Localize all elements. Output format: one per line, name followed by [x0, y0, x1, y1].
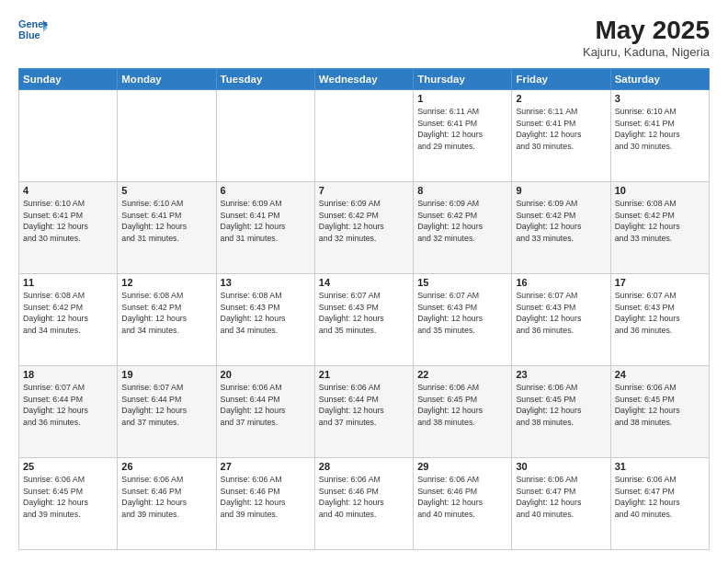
day-number: 25: [23, 461, 113, 472]
calendar-day-20: 20Sunrise: 6:06 AMSunset: 6:44 PMDayligh…: [216, 365, 314, 457]
calendar-day-1: 1Sunrise: 6:11 AMSunset: 6:41 PMDaylight…: [414, 89, 512, 181]
logo: General Blue: [18, 17, 48, 42]
day-number: 26: [121, 461, 211, 472]
calendar-day-5: 5Sunrise: 6:10 AMSunset: 6:41 PMDaylight…: [118, 181, 216, 273]
day-header-saturday: Saturday: [610, 68, 709, 89]
calendar-day-14: 14Sunrise: 6:07 AMSunset: 6:43 PMDayligh…: [314, 273, 413, 365]
calendar-day-11: 11Sunrise: 6:08 AMSunset: 6:42 PMDayligh…: [19, 273, 118, 365]
day-info: Sunrise: 6:08 AMSunset: 6:43 PMDaylight:…: [221, 290, 311, 337]
day-info: Sunrise: 6:09 AMSunset: 6:41 PMDaylight:…: [221, 198, 311, 245]
calendar-day-24: 24Sunrise: 6:06 AMSunset: 6:45 PMDayligh…: [610, 365, 709, 457]
day-number: 14: [319, 277, 409, 288]
calendar-week-3: 11Sunrise: 6:08 AMSunset: 6:42 PMDayligh…: [19, 273, 710, 365]
day-number: 16: [516, 277, 606, 288]
calendar-day-3: 3Sunrise: 6:10 AMSunset: 6:41 PMDaylight…: [610, 89, 709, 181]
day-info: Sunrise: 6:06 AMSunset: 6:45 PMDaylight:…: [23, 474, 113, 521]
day-info: Sunrise: 6:07 AMSunset: 6:43 PMDaylight:…: [516, 290, 606, 337]
calendar-day-4: 4Sunrise: 6:10 AMSunset: 6:41 PMDaylight…: [19, 181, 118, 273]
calendar-day-30: 30Sunrise: 6:06 AMSunset: 6:47 PMDayligh…: [512, 457, 610, 549]
day-number: 27: [221, 461, 311, 472]
day-info: Sunrise: 6:06 AMSunset: 6:44 PMDaylight:…: [221, 382, 311, 429]
main-title: May 2025: [583, 17, 710, 45]
title-area: May 2025 Kajuru, Kaduna, Nigeria: [583, 17, 710, 59]
calendar-day-27: 27Sunrise: 6:06 AMSunset: 6:46 PMDayligh…: [216, 457, 314, 549]
calendar-day-13: 13Sunrise: 6:08 AMSunset: 6:43 PMDayligh…: [216, 273, 314, 365]
calendar-day-empty: [118, 89, 216, 181]
day-number: 21: [319, 369, 409, 380]
day-info: Sunrise: 6:09 AMSunset: 6:42 PMDaylight:…: [516, 198, 606, 245]
day-number: 23: [516, 369, 606, 380]
calendar-day-9: 9Sunrise: 6:09 AMSunset: 6:42 PMDaylight…: [512, 181, 610, 273]
calendar-week-1: 1Sunrise: 6:11 AMSunset: 6:41 PMDaylight…: [19, 89, 710, 181]
day-number: 20: [221, 369, 311, 380]
day-info: Sunrise: 6:10 AMSunset: 6:41 PMDaylight:…: [121, 198, 211, 245]
calendar-day-12: 12Sunrise: 6:08 AMSunset: 6:42 PMDayligh…: [118, 273, 216, 365]
calendar-day-16: 16Sunrise: 6:07 AMSunset: 6:43 PMDayligh…: [512, 273, 610, 365]
calendar-day-18: 18Sunrise: 6:07 AMSunset: 6:44 PMDayligh…: [19, 365, 118, 457]
day-info: Sunrise: 6:09 AMSunset: 6:42 PMDaylight:…: [319, 198, 409, 245]
day-info: Sunrise: 6:06 AMSunset: 6:47 PMDaylight:…: [516, 474, 606, 521]
day-number: 13: [221, 277, 311, 288]
day-header-sunday: Sunday: [19, 68, 118, 89]
calendar-week-4: 18Sunrise: 6:07 AMSunset: 6:44 PMDayligh…: [19, 365, 710, 457]
day-number: 5: [121, 185, 211, 196]
page: General Blue May 2025 Kajuru, Kaduna, Ni…: [0, 0, 728, 563]
day-number: 22: [417, 369, 507, 380]
day-header-friday: Friday: [512, 68, 610, 89]
calendar-day-7: 7Sunrise: 6:09 AMSunset: 6:42 PMDaylight…: [314, 181, 413, 273]
calendar-day-2: 2Sunrise: 6:11 AMSunset: 6:41 PMDaylight…: [512, 89, 610, 181]
calendar-day-28: 28Sunrise: 6:06 AMSunset: 6:46 PMDayligh…: [314, 457, 413, 549]
day-info: Sunrise: 6:08 AMSunset: 6:42 PMDaylight:…: [615, 198, 705, 245]
day-number: 9: [516, 185, 606, 196]
day-info: Sunrise: 6:11 AMSunset: 6:41 PMDaylight:…: [417, 106, 507, 153]
day-number: 12: [121, 277, 211, 288]
day-header-wednesday: Wednesday: [314, 68, 413, 89]
day-info: Sunrise: 6:08 AMSunset: 6:42 PMDaylight:…: [23, 290, 113, 337]
day-number: 18: [23, 369, 113, 380]
header: General Blue May 2025 Kajuru, Kaduna, Ni…: [18, 17, 710, 59]
day-info: Sunrise: 6:06 AMSunset: 6:47 PMDaylight:…: [615, 474, 705, 521]
calendar-week-2: 4Sunrise: 6:10 AMSunset: 6:41 PMDaylight…: [19, 181, 710, 273]
calendar-week-5: 25Sunrise: 6:06 AMSunset: 6:45 PMDayligh…: [19, 457, 710, 549]
calendar-day-31: 31Sunrise: 6:06 AMSunset: 6:47 PMDayligh…: [610, 457, 709, 549]
day-number: 17: [615, 277, 705, 288]
day-number: 4: [23, 185, 113, 196]
day-number: 28: [319, 461, 409, 472]
day-info: Sunrise: 6:10 AMSunset: 6:41 PMDaylight:…: [23, 198, 113, 245]
calendar-day-17: 17Sunrise: 6:07 AMSunset: 6:43 PMDayligh…: [610, 273, 709, 365]
calendar-day-26: 26Sunrise: 6:06 AMSunset: 6:46 PMDayligh…: [118, 457, 216, 549]
calendar-day-29: 29Sunrise: 6:06 AMSunset: 6:46 PMDayligh…: [414, 457, 512, 549]
day-number: 3: [615, 93, 705, 104]
calendar-day-21: 21Sunrise: 6:06 AMSunset: 6:44 PMDayligh…: [314, 365, 413, 457]
day-number: 15: [417, 277, 507, 288]
day-info: Sunrise: 6:09 AMSunset: 6:42 PMDaylight:…: [417, 198, 507, 245]
day-info: Sunrise: 6:07 AMSunset: 6:43 PMDaylight:…: [417, 290, 507, 337]
day-number: 24: [615, 369, 705, 380]
generalblue-logo-icon: General Blue: [18, 17, 48, 42]
day-header-tuesday: Tuesday: [216, 68, 314, 89]
day-info: Sunrise: 6:06 AMSunset: 6:46 PMDaylight:…: [221, 474, 311, 521]
calendar-day-empty: [19, 89, 118, 181]
day-header-monday: Monday: [118, 68, 216, 89]
day-number: 2: [516, 93, 606, 104]
calendar-table: SundayMondayTuesdayWednesdayThursdayFrid…: [18, 68, 710, 550]
day-number: 11: [23, 277, 113, 288]
day-info: Sunrise: 6:06 AMSunset: 6:46 PMDaylight:…: [417, 474, 507, 521]
day-number: 1: [417, 93, 507, 104]
calendar-day-8: 8Sunrise: 6:09 AMSunset: 6:42 PMDaylight…: [414, 181, 512, 273]
calendar-day-22: 22Sunrise: 6:06 AMSunset: 6:45 PMDayligh…: [414, 365, 512, 457]
day-info: Sunrise: 6:06 AMSunset: 6:45 PMDaylight:…: [417, 382, 507, 429]
day-info: Sunrise: 6:11 AMSunset: 6:41 PMDaylight:…: [516, 106, 606, 153]
day-info: Sunrise: 6:06 AMSunset: 6:45 PMDaylight:…: [615, 382, 705, 429]
day-header-thursday: Thursday: [414, 68, 512, 89]
day-info: Sunrise: 6:07 AMSunset: 6:43 PMDaylight:…: [615, 290, 705, 337]
day-number: 29: [417, 461, 507, 472]
day-number: 6: [221, 185, 311, 196]
day-info: Sunrise: 6:07 AMSunset: 6:43 PMDaylight:…: [319, 290, 409, 337]
day-info: Sunrise: 6:06 AMSunset: 6:45 PMDaylight:…: [516, 382, 606, 429]
calendar-day-15: 15Sunrise: 6:07 AMSunset: 6:43 PMDayligh…: [414, 273, 512, 365]
calendar-day-25: 25Sunrise: 6:06 AMSunset: 6:45 PMDayligh…: [19, 457, 118, 549]
calendar-day-empty: [216, 89, 314, 181]
day-number: 8: [417, 185, 507, 196]
calendar-day-23: 23Sunrise: 6:06 AMSunset: 6:45 PMDayligh…: [512, 365, 610, 457]
